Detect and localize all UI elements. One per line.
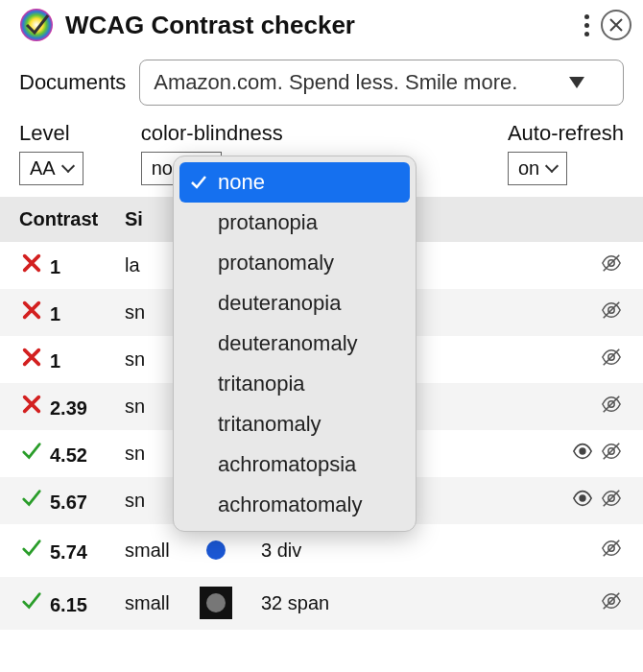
contrast-value: 1	[50, 303, 60, 324]
pass-icon	[19, 440, 44, 463]
auto-refresh-value: on	[518, 157, 539, 180]
auto-refresh-label: Auto-refresh	[508, 121, 624, 146]
eye-off-icon[interactable]	[599, 590, 624, 616]
eye-off-icon[interactable]	[599, 441, 624, 467]
level-value: AA	[30, 157, 56, 180]
chevron-down-icon	[545, 159, 559, 173]
dropdown-option[interactable]: achromatopsia	[179, 444, 410, 485]
eye-off-icon[interactable]	[599, 488, 624, 514]
element-descriptor: 32 span	[261, 592, 547, 614]
color-blindness-label: color-blindness	[141, 121, 283, 146]
fail-icon	[19, 299, 44, 322]
level-control: Level AA	[19, 121, 83, 185]
dropdown-option-label: tritanomaly	[218, 412, 322, 436]
contrast-value: 2.39	[50, 397, 87, 419]
dropdown-option[interactable]: tritanomaly	[179, 404, 410, 444]
dropdown-option[interactable]: protanomaly	[179, 243, 410, 283]
documents-selected-value: Amazon.com. Spend less. Smile more.	[154, 70, 517, 95]
level-label: Level	[19, 121, 83, 146]
checkmark-icon	[190, 172, 207, 197]
color-blindness-dropdown: noneprotanopiaprotanomalydeuteranopiadeu…	[173, 156, 417, 532]
dropdown-option[interactable]: deuteranomaly	[179, 324, 410, 364]
table-row[interactable]: 5.74small3 div	[0, 524, 643, 577]
svg-point-9	[579, 447, 585, 454]
color-swatch	[200, 587, 232, 619]
eye-off-icon[interactable]	[599, 252, 624, 278]
dropdown-option[interactable]: tritanopia	[179, 364, 410, 404]
dropdown-option[interactable]: achromatomaly	[179, 485, 410, 525]
table-row[interactable]: 6.15small32 span	[0, 577, 643, 630]
eye-off-icon[interactable]	[599, 394, 624, 420]
fail-icon	[19, 252, 44, 275]
dropdown-option[interactable]: protanopia	[179, 203, 410, 243]
dropdown-option[interactable]: none	[179, 162, 410, 203]
documents-row: Documents Amazon.com. Spend less. Smile …	[0, 50, 643, 115]
eye-icon[interactable]	[570, 488, 595, 514]
contrast-value: 1	[50, 256, 60, 277]
level-select[interactable]: AA	[19, 152, 83, 185]
eye-off-icon[interactable]	[599, 347, 624, 372]
more-menu-icon[interactable]	[584, 14, 589, 36]
auto-refresh-select[interactable]: on	[508, 152, 567, 185]
dropdown-option-label: protanopia	[218, 210, 318, 234]
app-logo-icon	[19, 8, 54, 42]
chevron-down-icon	[569, 77, 584, 88]
dropdown-option[interactable]: deuteranopia	[179, 283, 410, 324]
documents-label: Documents	[19, 70, 126, 95]
app-header: WCAG Contrast checker	[0, 0, 643, 50]
dropdown-option-label: deuteranomaly	[218, 331, 358, 355]
color-swatch	[200, 534, 232, 566]
eye-off-icon[interactable]	[599, 538, 624, 564]
size-value: small	[125, 592, 200, 614]
svg-point-12	[579, 494, 585, 501]
dropdown-option-label: deuteranopia	[218, 291, 341, 315]
contrast-value: 5.74	[50, 541, 87, 563]
contrast-value: 1	[50, 350, 60, 372]
eye-off-icon[interactable]	[599, 300, 624, 325]
element-descriptor: 3 div	[261, 540, 547, 562]
dropdown-option-label: none	[218, 170, 265, 194]
contrast-value: 4.52	[50, 444, 87, 466]
close-button[interactable]	[601, 10, 631, 40]
pass-icon	[19, 537, 44, 560]
auto-refresh-control: Auto-refresh on	[508, 121, 624, 185]
contrast-value: 6.15	[50, 594, 87, 615]
pass-icon	[19, 589, 44, 612]
eye-icon[interactable]	[570, 441, 595, 467]
dropdown-option-label: tritanopia	[218, 372, 305, 396]
chevron-down-icon	[61, 159, 75, 173]
fail-icon	[19, 346, 44, 369]
dropdown-option-label: achromatomaly	[218, 492, 362, 516]
dropdown-option-label: achromatopsia	[218, 452, 356, 476]
fail-icon	[19, 393, 44, 416]
column-header-contrast: Contrast	[19, 208, 125, 230]
svg-point-0	[20, 9, 53, 41]
size-value: small	[125, 540, 200, 562]
app-title: WCAG Contrast checker	[65, 11, 584, 40]
contrast-value: 5.67	[50, 492, 87, 513]
documents-select[interactable]: Amazon.com. Spend less. Smile more.	[139, 60, 624, 106]
pass-icon	[19, 487, 44, 510]
dropdown-option-label: protanomaly	[218, 251, 334, 275]
